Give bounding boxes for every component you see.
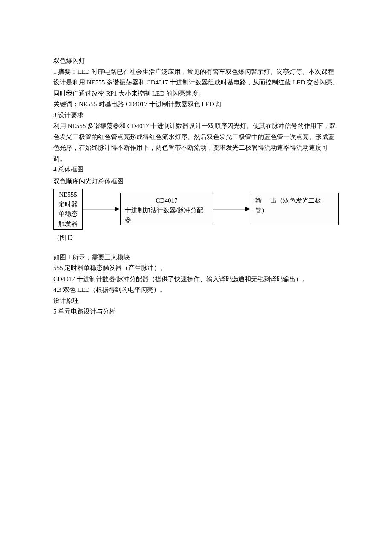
tail-p4: 4.3 双色 LED（根据得到的电平闪亮）。 xyxy=(53,285,339,296)
tail-p2: 555 定时器单稳态触发器（产生脉冲）。 xyxy=(53,263,339,274)
keywords: 关键词：NE555 时基电路 CD4017 十进制计数器双色 LED 灯 xyxy=(53,99,339,110)
block-cd4017-l1: CD4017 xyxy=(125,196,208,206)
block-ne555: NE555 定时器 单稳态 触发器 xyxy=(53,189,83,230)
arrow-line xyxy=(213,209,245,209)
block-cd4017-l2: 十进制加法计数器/脉冲分配器 xyxy=(125,206,208,225)
caption-text: （图 xyxy=(53,234,68,241)
title: 双色爆闪灯 xyxy=(53,55,339,67)
arrow-2 xyxy=(213,205,251,213)
block-output-prefix: 输 xyxy=(255,197,262,204)
block-ne555-l2: 定时器 xyxy=(57,200,79,209)
arrow-line xyxy=(83,209,115,209)
tail-p5: 设计原理 xyxy=(53,296,339,307)
document-page: 双色爆闪灯 1 摘要：LED 时序电路已在社会生活广泛应用，常见的有警车双色爆闪… xyxy=(0,0,392,555)
diagram-row: NE555 定时器 单稳态 触发器 CD4017 十进制加法计数器/脉冲分配器 … xyxy=(53,189,339,230)
arrow-head-icon xyxy=(245,207,251,211)
block-ne555-l1: NE555 xyxy=(57,190,79,200)
diagram-title: 双色顺序闪光灯总体框图 xyxy=(53,176,339,187)
spacer xyxy=(53,244,339,252)
block-output-rest: 出（双色发光二极管） xyxy=(255,197,321,214)
block-ne555-l3: 单稳态 xyxy=(57,209,79,219)
tail-p3: CD4017 十进制计数器/脉冲分配器（提供了快速操作、输入译码选通和无毛刺译码… xyxy=(53,274,339,285)
arrow-1 xyxy=(83,205,120,213)
caption-letter: D xyxy=(68,234,73,242)
figure-caption: （图 D xyxy=(53,232,339,244)
tail-p1: 如图 1 所示，需要三大模块 xyxy=(53,252,339,263)
section-requirements-heading: 3 设计要求 xyxy=(53,110,339,121)
section-requirements-body: 利用 NE555 多谐振荡器和 CD4017 十进制计数器设计一双顺序闪光灯。使… xyxy=(53,121,339,164)
tail-p6: 5 单元电路设计与分析 xyxy=(53,306,339,317)
block-diagram: NE555 定时器 单稳态 触发器 CD4017 十进制加法计数器/脉冲分配器 … xyxy=(53,189,339,230)
arrow-head-icon xyxy=(115,207,120,211)
block-cd4017: CD4017 十进制加法计数器/脉冲分配器 xyxy=(120,193,213,225)
block-output: 输出（双色发光二极管） xyxy=(251,193,339,225)
section-block-heading: 4 总体框图 xyxy=(53,164,339,175)
abstract: 1 摘要：LED 时序电路已在社会生活广泛应用，常见的有警车双色爆闪警示灯、岗亭… xyxy=(53,67,339,99)
block-ne555-l4: 触发器 xyxy=(57,219,79,229)
